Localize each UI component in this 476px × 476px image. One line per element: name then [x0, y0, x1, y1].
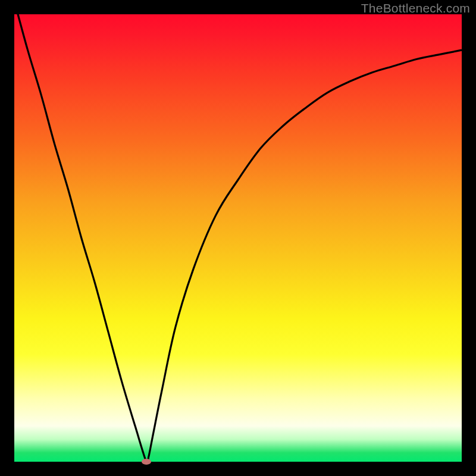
watermark-text: TheBottleneck.com [361, 1, 470, 15]
plot-area [14, 14, 462, 462]
curve-layer [14, 14, 462, 462]
chart-frame: TheBottleneck.com [0, 0, 476, 476]
bottleneck-curve [14, 1, 462, 464]
optimum-marker [142, 459, 151, 465]
